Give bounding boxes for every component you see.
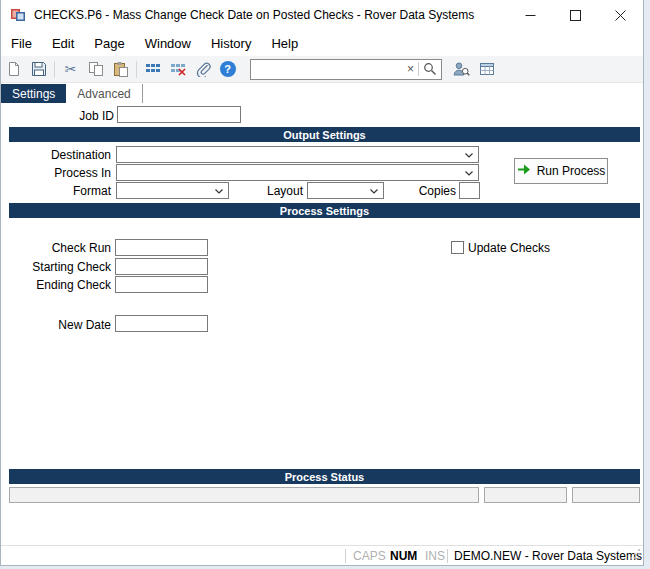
minimize-button[interactable] — [508, 0, 553, 30]
grid-view-icon[interactable] — [474, 58, 499, 81]
menu-item-edit[interactable]: Edit — [42, 30, 84, 56]
check-run-label: Check Run — [21, 241, 111, 255]
format-select[interactable] — [116, 182, 229, 199]
resize-grip[interactable] — [629, 548, 641, 563]
statusbar-separator — [345, 549, 346, 563]
app-window: CHECKS.P6 - Mass Change Check Date on Po… — [0, 0, 644, 566]
toolbar-search: × — [250, 59, 442, 80]
process-status-field-main — [9, 487, 479, 503]
menu-item-window[interactable]: Window — [135, 30, 201, 56]
save-icon[interactable] — [26, 58, 51, 81]
close-button[interactable] — [598, 0, 643, 30]
menu-item-file[interactable]: File — [1, 30, 42, 56]
new-document-icon[interactable] — [1, 58, 26, 81]
menu-bar: File Edit Page Window History Help — [1, 30, 643, 56]
search-input[interactable] — [251, 61, 403, 78]
update-checks-checkbox[interactable] — [451, 241, 464, 254]
title-bar: CHECKS.P6 - Mass Change Check Date on Po… — [1, 0, 643, 30]
session-label: DEMO.NEW - Rover Data Systems — [454, 549, 642, 563]
cut-icon[interactable]: ✂ — [58, 58, 83, 81]
ending-check-label: Ending Check — [21, 278, 111, 292]
search-icon[interactable] — [419, 62, 441, 76]
section-header-output-settings: Output Settings — [9, 127, 640, 142]
app-icon — [10, 7, 26, 23]
attachment-icon[interactable] — [190, 58, 215, 81]
process-in-label: Process In — [21, 166, 111, 180]
check-run-input[interactable] — [115, 239, 208, 256]
toolbar: ✂ ? × — [1, 56, 643, 83]
format-label: Format — [21, 184, 111, 198]
tab-advanced[interactable]: Advanced — [66, 84, 142, 103]
caps-indicator: CAPS — [353, 549, 386, 563]
search-clear-icon[interactable]: × — [403, 63, 418, 75]
job-id-input[interactable] — [117, 106, 241, 123]
layout-select[interactable] — [307, 182, 384, 199]
job-id-label: Job ID — [41, 109, 114, 123]
copy-icon[interactable] — [83, 58, 108, 81]
tab-settings[interactable]: Settings — [1, 84, 66, 103]
window-title: CHECKS.P6 - Mass Change Check Date on Po… — [34, 8, 474, 22]
user-lookup-icon[interactable] — [449, 58, 474, 81]
paste-icon[interactable] — [108, 58, 133, 81]
process-in-select[interactable] — [116, 164, 479, 181]
help-icon[interactable]: ? — [215, 58, 240, 81]
new-date-label: New Date — [21, 318, 111, 332]
starting-check-label: Starting Check — [21, 260, 111, 274]
run-process-button[interactable]: Run Process — [514, 158, 608, 184]
menu-item-page[interactable]: Page — [84, 30, 134, 56]
toolbar-separator — [136, 61, 137, 78]
copies-input[interactable] — [459, 182, 480, 199]
destination-select[interactable] — [116, 146, 479, 163]
status-bar: CAPS NUM INS DEMO.NEW - Rover Data Syste… — [1, 545, 643, 565]
layout-label: Layout — [251, 184, 303, 198]
run-process-label: Run Process — [537, 164, 606, 178]
starting-check-input[interactable] — [115, 258, 208, 275]
copies-label: Copies — [406, 184, 456, 198]
maximize-button[interactable] — [553, 0, 598, 30]
table-delete-icon[interactable] — [165, 58, 190, 81]
section-header-process-settings: Process Settings — [9, 203, 640, 218]
statusbar-separator — [447, 549, 448, 563]
section-header-process-status: Process Status — [9, 469, 640, 484]
process-status-field-2 — [484, 487, 567, 503]
tab-strip: Settings Advanced — [1, 84, 643, 103]
toolbar-separator — [54, 61, 55, 78]
table-insert-icon[interactable] — [140, 58, 165, 81]
menu-item-history[interactable]: History — [201, 30, 261, 56]
ins-indicator: INS — [425, 549, 445, 563]
num-indicator: NUM — [390, 549, 417, 563]
new-date-input[interactable] — [115, 315, 208, 332]
update-checks-label: Update Checks — [468, 241, 558, 255]
ending-check-input[interactable] — [115, 276, 208, 293]
process-status-field-3 — [572, 487, 640, 503]
run-arrow-icon — [517, 164, 531, 178]
menu-item-help[interactable]: Help — [261, 30, 308, 56]
destination-label: Destination — [21, 148, 111, 162]
